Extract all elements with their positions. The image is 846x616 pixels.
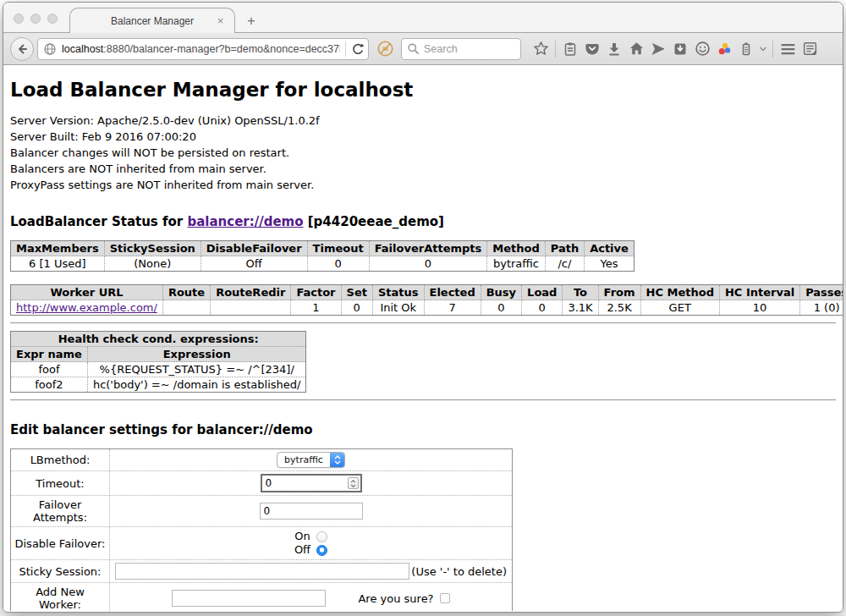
add-worker-input[interactable] xyxy=(172,590,326,607)
battery-status-button[interactable] xyxy=(735,38,757,60)
select-stepper-icon xyxy=(330,453,344,467)
table-cell: %{REQUEST_STATUS} =~ /^[234]/ xyxy=(87,362,306,377)
table-cell: Yes xyxy=(585,256,634,272)
table-cell: 1 xyxy=(291,300,341,316)
worker-url-link[interactable]: http://www.example.com/ xyxy=(16,301,157,314)
table-cell: 10 xyxy=(719,300,799,316)
column-header: DisableFailover xyxy=(201,241,307,256)
column-header: Busy xyxy=(481,285,521,300)
balancer-demo-link[interactable]: balancer://demo xyxy=(187,214,303,229)
content-block-icon[interactable] xyxy=(375,39,395,59)
table-cell: hc('body') =~ /domain is established/ xyxy=(87,377,306,393)
column-header: Expr name xyxy=(11,347,88,362)
add-worker-value-cell: Are you sure? xyxy=(110,583,513,612)
save-page-button[interactable] xyxy=(669,38,691,60)
status-heading-prefix: LoadBalancer Status for xyxy=(10,214,187,229)
inherit-notice-line: Balancers are NOT inherited from main se… xyxy=(10,161,836,177)
form-row-failover-attempts: Failover Attempts: xyxy=(11,496,513,527)
column-header: Passes xyxy=(800,285,843,300)
timeout-input[interactable] xyxy=(261,474,362,492)
health-check-table: Health check cond. expressions: Expr nam… xyxy=(10,331,306,393)
loadbalancer-status-heading: LoadBalancer Status for balancer://demo … xyxy=(10,214,836,229)
table-cell: 0 xyxy=(369,256,487,272)
failover-attempts-input[interactable] xyxy=(260,503,363,520)
table-cell xyxy=(162,300,210,316)
column-header: Route xyxy=(162,285,210,300)
globe-icon xyxy=(43,42,57,56)
table-cell: 6 [1 Used] xyxy=(11,256,105,272)
number-spinner-icon[interactable] xyxy=(348,477,359,489)
form-row-add-worker: Add New Worker: Are you sure? xyxy=(11,583,513,612)
colored-dots-icon xyxy=(717,41,733,57)
failover-attempts-label: Failover Attempts: xyxy=(11,496,110,527)
radio-on[interactable] xyxy=(316,531,327,542)
sticky-session-hint: (Use '-' to delete) xyxy=(411,565,508,578)
form-row-disable-failover: Disable Failover: On Off xyxy=(11,527,513,560)
pocket-button[interactable] xyxy=(581,38,603,60)
radio-off[interactable] xyxy=(316,545,327,556)
url-bar[interactable]: localhost:8880/balancer-manager?b=demo&n… xyxy=(37,38,369,60)
form-row-timeout: Timeout: xyxy=(11,471,513,496)
back-arrow-icon xyxy=(15,42,29,56)
bookmark-star-button[interactable] xyxy=(530,38,552,60)
table-header-row: MaxMembers StickySession DisableFailover… xyxy=(11,241,634,256)
toolbar-overflow-button[interactable] xyxy=(757,38,769,60)
table-cell: GET xyxy=(640,300,719,316)
column-header: FailoverAttempts xyxy=(369,241,487,256)
tab-close-icon[interactable]: × xyxy=(215,15,226,26)
server-version-line: Server Version: Apache/2.5.0-dev (Unix) … xyxy=(10,113,836,129)
window-minimize-button[interactable] xyxy=(30,14,41,24)
url-host: localhost xyxy=(62,43,103,55)
window-titlebar: Balancer Manager × + xyxy=(3,3,843,33)
clipboard-icon xyxy=(563,41,578,57)
menu-button[interactable] xyxy=(777,38,799,60)
sticky-session-input[interactable] xyxy=(115,563,409,580)
search-input[interactable] xyxy=(424,43,508,55)
table-cell: Off xyxy=(201,256,307,272)
balancer-status-table: MaxMembers StickySession DisableFailover… xyxy=(10,240,634,272)
window-zoom-button[interactable] xyxy=(47,14,58,24)
column-header: Status xyxy=(372,285,424,300)
download-button[interactable] xyxy=(603,38,625,60)
server-built-line: Server Built: Feb 9 2016 07:00:20 xyxy=(10,129,836,145)
column-header: Load xyxy=(522,285,563,300)
smiley-bubble-icon xyxy=(695,41,711,57)
are-you-sure-checkbox[interactable] xyxy=(440,593,450,603)
tab-title: Balancer Manager xyxy=(111,15,194,27)
page-title: Load Balancer Manager for localhost xyxy=(10,79,836,101)
screenshot-stage: Balancer Manager × + localhost:8880/bala… xyxy=(0,0,846,616)
table-cell: 1 (0) xyxy=(800,300,843,316)
column-header: To xyxy=(563,285,598,300)
back-button[interactable] xyxy=(10,37,34,61)
reload-icon[interactable] xyxy=(351,42,365,56)
url-text[interactable]: localhost:8880/balancer-manager?b=demo&n… xyxy=(62,43,340,55)
new-tab-button[interactable]: + xyxy=(244,14,259,29)
circle-slash-icon xyxy=(376,40,394,58)
sticky-session-value-cell: (Use '-' to delete) xyxy=(110,560,513,583)
column-header: Worker URL xyxy=(11,285,163,300)
table-row: foof %{REQUEST_STATUS} =~ /^[234]/ xyxy=(11,362,306,377)
health-table-title: Health check cond. expressions: xyxy=(11,332,306,347)
battery-icon xyxy=(739,41,754,57)
window-close-button[interactable] xyxy=(14,14,24,24)
send-tab-button[interactable] xyxy=(647,38,669,60)
extension-dots-button[interactable] xyxy=(713,38,735,60)
column-header: RouteRedir xyxy=(211,285,291,300)
browser-tab[interactable]: Balancer Manager × xyxy=(69,8,235,33)
column-header: Factor xyxy=(291,285,341,300)
proxypass-notice-line: ProxyPass settings are NOT inherited fro… xyxy=(10,177,836,193)
lbmethod-select[interactable]: bytraffic xyxy=(277,452,345,468)
home-button[interactable] xyxy=(625,38,647,60)
reading-list-button[interactable] xyxy=(559,38,581,60)
search-bar[interactable] xyxy=(401,38,521,60)
section-divider xyxy=(10,322,836,324)
tab-groups-button[interactable] xyxy=(799,38,821,60)
table-header-row: Health check cond. expressions: xyxy=(11,332,306,347)
column-header: Expression xyxy=(87,347,306,362)
radio-on-label: On xyxy=(294,530,310,543)
feedback-button[interactable] xyxy=(691,38,713,60)
column-header: StickySession xyxy=(104,241,201,256)
worker-url-cell: http://www.example.com/ xyxy=(11,300,163,316)
table-cell: /c/ xyxy=(545,256,584,272)
traffic-lights xyxy=(14,14,58,24)
